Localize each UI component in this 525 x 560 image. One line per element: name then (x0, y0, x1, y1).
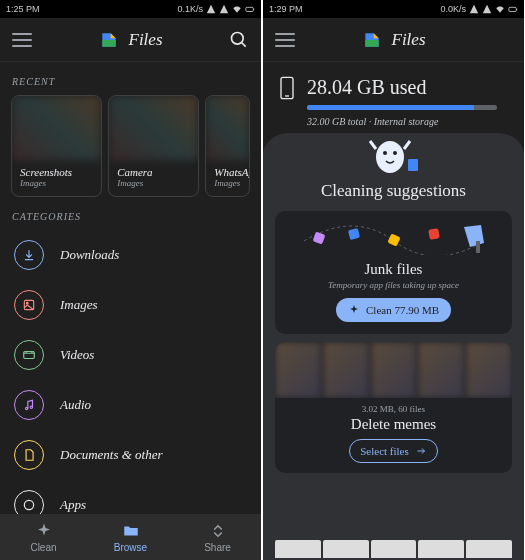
share-icon (209, 522, 227, 540)
signal-icon (219, 4, 229, 14)
storage-progress (307, 105, 497, 110)
download-icon (14, 240, 44, 270)
svg-rect-0 (246, 7, 254, 11)
bottom-nav: Clean Browse Share (0, 514, 261, 560)
svg-point-16 (393, 151, 397, 155)
nav-label: Share (204, 542, 231, 553)
category-label: Audio (60, 397, 91, 413)
nav-label: Clean (30, 542, 56, 553)
category-documents[interactable]: Documents & other (0, 430, 261, 480)
image-icon (14, 290, 44, 320)
svg-point-7 (26, 407, 28, 409)
svg-point-5 (26, 302, 28, 304)
junk-title: Junk files (283, 261, 504, 278)
category-audio[interactable]: Audio (0, 380, 261, 430)
svg-point-15 (383, 151, 387, 155)
clean-button-label: Clean 77.90 MB (366, 304, 439, 316)
phone-storage-icon (279, 76, 295, 104)
memes-thumbs (275, 342, 512, 398)
category-label: Documents & other (60, 447, 163, 463)
nav-clean[interactable]: Clean (0, 514, 87, 560)
folder-icon (122, 522, 140, 540)
card-title: Camera (117, 166, 190, 178)
svg-rect-18 (312, 232, 325, 245)
svg-point-9 (24, 500, 33, 509)
memes-meta: 3.02 MB, 60 files (275, 404, 512, 414)
status-bar: 1:29 PM 0.0K/s (263, 0, 524, 18)
category-downloads[interactable]: Downloads (0, 230, 261, 280)
svg-rect-1 (253, 9, 254, 11)
status-bar: 1:25 PM 0.1K/s (0, 0, 261, 18)
mascot-icon (364, 127, 424, 177)
browse-content[interactable]: RECENT Screenshots Images Camera Images (0, 62, 261, 514)
nav-share[interactable]: Share (174, 514, 261, 560)
select-button-label: Select files (360, 445, 409, 457)
thumbnail (109, 96, 198, 160)
memes-title: Delete memes (275, 416, 512, 433)
status-net: 0.1K/s (177, 4, 203, 14)
status-time: 1:25 PM (6, 4, 40, 14)
svg-rect-17 (408, 159, 418, 171)
recent-card-whatsapp[interactable]: WhatsAp Images (205, 95, 250, 197)
junk-files-card[interactable]: Junk files Temporary app files taking up… (275, 211, 512, 334)
category-label: Downloads (60, 247, 119, 263)
audio-icon (14, 390, 44, 420)
svg-point-14 (376, 141, 404, 173)
signal-icon (482, 4, 492, 14)
storage-used: 28.04 GB used (307, 76, 497, 99)
sim-icon (206, 4, 216, 14)
card-title: Screenshots (20, 166, 93, 178)
svg-rect-11 (516, 9, 517, 11)
category-images[interactable]: Images (0, 280, 261, 330)
cleaning-title: Cleaning suggestions (263, 181, 524, 201)
category-label: Videos (60, 347, 94, 363)
categories-label: CATEGORIES (0, 197, 261, 230)
thumbnail (12, 96, 101, 160)
files-logo-icon (99, 30, 119, 50)
document-icon (14, 440, 44, 470)
search-icon[interactable] (229, 30, 249, 50)
hamburger-menu-icon[interactable] (275, 33, 295, 47)
apps-icon (14, 490, 44, 514)
category-videos[interactable]: Videos (0, 330, 261, 380)
sim-icon (469, 4, 479, 14)
recent-row[interactable]: Screenshots Images Camera Images WhatsAp… (0, 95, 261, 197)
app-bar: Files (263, 18, 524, 62)
svg-rect-10 (509, 7, 516, 11)
truncated-card (263, 538, 524, 560)
category-label: Images (60, 297, 98, 313)
recent-card-camera[interactable]: Camera Images (108, 95, 199, 197)
status-time: 1:29 PM (269, 4, 303, 14)
confetti-icon (294, 221, 494, 255)
status-net: 0.0K/s (440, 4, 466, 14)
junk-subtitle: Temporary app files taking up space (283, 280, 504, 290)
category-label: Apps (60, 497, 86, 513)
select-files-button[interactable]: Select files (349, 439, 438, 463)
battery-icon (508, 4, 518, 14)
arrow-right-icon (415, 445, 427, 457)
files-logo-icon (362, 30, 382, 50)
app-title: Files (129, 30, 163, 50)
wifi-icon (495, 4, 505, 14)
app-title: Files (392, 30, 426, 50)
video-icon (14, 340, 44, 370)
app-bar: Files (0, 18, 261, 62)
svg-rect-19 (347, 228, 359, 240)
cleaning-panel: Cleaning suggestions Junk files Temporar… (263, 133, 524, 560)
battery-icon (245, 4, 255, 14)
sparkle-icon (348, 304, 360, 316)
clean-button[interactable]: Clean 77.90 MB (336, 298, 451, 322)
delete-memes-card[interactable]: 3.02 MB, 60 files Delete memes Select fi… (275, 342, 512, 473)
card-subtitle: Images (20, 178, 93, 188)
category-apps[interactable]: Apps (0, 480, 261, 514)
recent-card-screenshots[interactable]: Screenshots Images (11, 95, 102, 197)
storage-total: 32.00 GB total · Internal storage (307, 116, 497, 127)
sparkle-icon (35, 522, 53, 540)
svg-point-8 (30, 406, 32, 408)
svg-rect-6 (24, 352, 35, 359)
storage-summary[interactable]: 28.04 GB used 32.00 GB total · Internal … (263, 62, 524, 131)
card-title: WhatsAp (214, 166, 241, 178)
hamburger-menu-icon[interactable] (12, 33, 32, 47)
nav-browse[interactable]: Browse (87, 514, 174, 560)
svg-line-3 (242, 42, 246, 46)
